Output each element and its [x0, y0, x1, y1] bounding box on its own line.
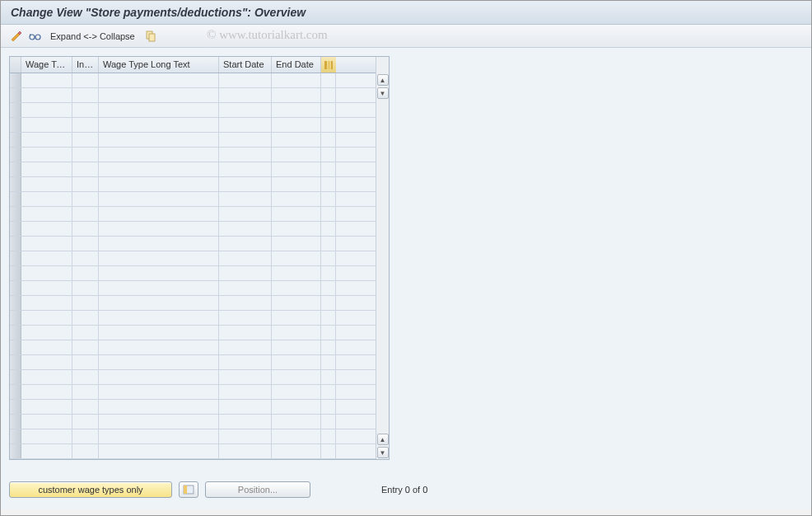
- cell-start-date[interactable]: [219, 118, 272, 132]
- cell-end-date[interactable]: [272, 296, 321, 310]
- cell-wage-type-long[interactable]: [99, 88, 219, 102]
- cell-inf[interactable]: [72, 311, 99, 325]
- cell-inf[interactable]: [72, 162, 99, 176]
- scroll-up-bottom-icon[interactable]: ▲: [377, 434, 389, 445]
- row-marker[interactable]: [10, 296, 21, 310]
- table-row[interactable]: [10, 177, 376, 192]
- cell-wage-type-long[interactable]: [99, 148, 219, 162]
- cell-start-date[interactable]: [219, 370, 272, 384]
- cell-wage-type[interactable]: [21, 162, 72, 176]
- cell-end-date[interactable]: [272, 355, 321, 369]
- cell-wage-type-long[interactable]: [99, 429, 219, 443]
- cell-inf[interactable]: [72, 355, 99, 369]
- cell-start-date[interactable]: [219, 88, 272, 102]
- cell-start-date[interactable]: [219, 311, 272, 325]
- row-marker[interactable]: [10, 207, 21, 221]
- row-marker[interactable]: [10, 266, 21, 280]
- cell-wage-type[interactable]: [21, 103, 72, 117]
- cell-inf[interactable]: [72, 133, 99, 147]
- row-marker[interactable]: [10, 162, 21, 176]
- table-row[interactable]: [10, 340, 376, 355]
- cell-inf[interactable]: [72, 296, 99, 310]
- cell-start-date[interactable]: [219, 133, 272, 147]
- cell-end-date[interactable]: [272, 88, 321, 102]
- cell-end-date[interactable]: [272, 326, 321, 340]
- row-marker[interactable]: [10, 429, 21, 443]
- table-row[interactable]: [10, 400, 376, 415]
- table-row[interactable]: [10, 222, 376, 237]
- cell-start-date[interactable]: [219, 162, 272, 176]
- row-marker[interactable]: [10, 192, 21, 206]
- cell-inf[interactable]: [72, 281, 99, 295]
- cell-wage-type-long[interactable]: [99, 281, 219, 295]
- cell-end-date[interactable]: [272, 73, 321, 87]
- cell-wage-type-long[interactable]: [99, 177, 219, 191]
- cell-inf[interactable]: [72, 400, 99, 414]
- table-row[interactable]: [10, 281, 376, 296]
- position-button[interactable]: Position...: [205, 481, 310, 498]
- table-row[interactable]: [10, 237, 376, 251]
- cell-wage-type-long[interactable]: [99, 296, 219, 310]
- cell-wage-type-long[interactable]: [99, 222, 219, 236]
- row-marker[interactable]: [10, 444, 21, 458]
- cell-start-date[interactable]: [219, 266, 272, 280]
- cell-wage-type-long[interactable]: [99, 355, 219, 369]
- cell-end-date[interactable]: [272, 281, 321, 295]
- cell-wage-type[interactable]: [21, 370, 72, 384]
- cell-start-date[interactable]: [219, 192, 272, 206]
- copy-icon[interactable]: [143, 29, 158, 44]
- row-marker[interactable]: [10, 103, 21, 117]
- cell-start-date[interactable]: [219, 340, 272, 354]
- row-marker[interactable]: [10, 415, 21, 429]
- row-marker[interactable]: [10, 133, 21, 147]
- cell-wage-type-long[interactable]: [99, 118, 219, 132]
- row-marker[interactable]: [10, 251, 21, 265]
- table-row[interactable]: [10, 251, 376, 266]
- cell-end-date[interactable]: [272, 133, 321, 147]
- column-header-end-date[interactable]: End Date: [272, 57, 321, 73]
- cell-inf[interactable]: [72, 73, 99, 87]
- cell-wage-type-long[interactable]: [99, 415, 219, 429]
- cell-end-date[interactable]: [272, 266, 321, 280]
- cell-wage-type[interactable]: [21, 118, 72, 132]
- cell-start-date[interactable]: [219, 177, 272, 191]
- cell-wage-type[interactable]: [21, 222, 72, 236]
- cell-start-date[interactable]: [219, 237, 272, 251]
- cell-end-date[interactable]: [272, 311, 321, 325]
- cell-wage-type[interactable]: [21, 400, 72, 414]
- cell-wage-type-long[interactable]: [99, 266, 219, 280]
- cell-start-date[interactable]: [219, 222, 272, 236]
- cell-wage-type-long[interactable]: [99, 400, 219, 414]
- cell-end-date[interactable]: [272, 385, 321, 399]
- cell-end-date[interactable]: [272, 429, 321, 443]
- row-marker[interactable]: [10, 177, 21, 191]
- cell-start-date[interactable]: [219, 385, 272, 399]
- cell-end-date[interactable]: [272, 400, 321, 414]
- table-row[interactable]: [10, 326, 376, 340]
- cell-start-date[interactable]: [219, 429, 272, 443]
- cell-inf[interactable]: [72, 192, 99, 206]
- vertical-scrollbar[interactable]: ▲ ▼ ▲ ▼: [376, 57, 389, 459]
- cell-start-date[interactable]: [219, 207, 272, 221]
- cell-end-date[interactable]: [272, 177, 321, 191]
- table-row[interactable]: [10, 73, 376, 88]
- cell-start-date[interactable]: [219, 444, 272, 458]
- cell-wage-type-long[interactable]: [99, 73, 219, 87]
- row-marker[interactable]: [10, 400, 21, 414]
- cell-end-date[interactable]: [272, 340, 321, 354]
- cell-start-date[interactable]: [219, 415, 272, 429]
- cell-end-date[interactable]: [272, 192, 321, 206]
- glasses-icon[interactable]: [27, 29, 42, 44]
- cell-inf[interactable]: [72, 251, 99, 265]
- cell-wage-type[interactable]: [21, 237, 72, 251]
- cell-wage-type-long[interactable]: [99, 237, 219, 251]
- table-row[interactable]: [10, 429, 376, 444]
- cell-wage-type-long[interactable]: [99, 340, 219, 354]
- cell-start-date[interactable]: [219, 73, 272, 87]
- cell-wage-type[interactable]: [21, 88, 72, 102]
- cell-start-date[interactable]: [219, 103, 272, 117]
- cell-inf[interactable]: [72, 370, 99, 384]
- cell-inf[interactable]: [72, 415, 99, 429]
- cell-wage-type[interactable]: [21, 251, 72, 265]
- table-row[interactable]: [10, 118, 376, 133]
